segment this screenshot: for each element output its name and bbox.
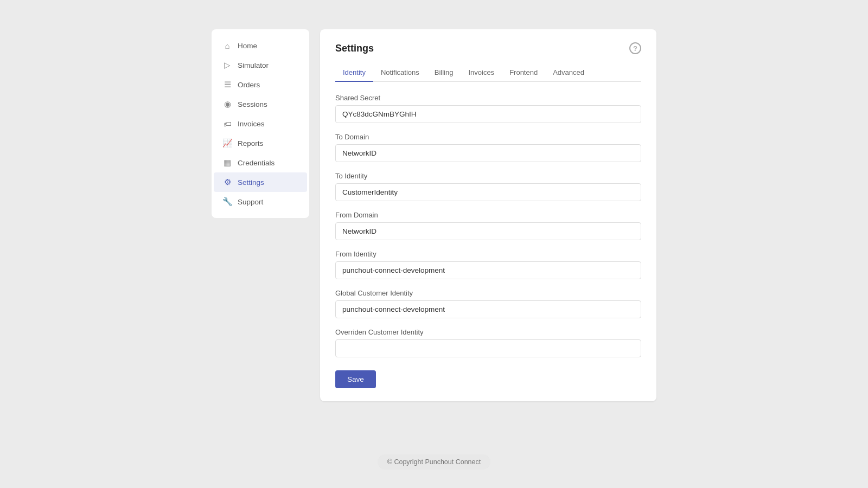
sidebar-item-label: Orders [238, 81, 260, 89]
sidebar-item-label: Support [238, 198, 263, 206]
sidebar-item-label: Credentials [238, 159, 275, 167]
sidebar-item-label: Simulator [238, 61, 269, 69]
footer: © Copyright Punchout Connect [378, 454, 491, 470]
simulator-icon: ▷ [222, 60, 232, 70]
from-identity-input[interactable] [335, 261, 641, 279]
overridden-customer-identity-input[interactable] [335, 339, 641, 357]
reports-icon: 📈 [222, 138, 232, 148]
sidebar-item-credentials[interactable]: ▦ Credentials [214, 153, 307, 172]
settings-header: Settings ? [335, 42, 641, 54]
sidebar-item-label: Home [238, 42, 257, 50]
sidebar-item-label: Reports [238, 139, 263, 147]
to-domain-group: To Domain [335, 133, 641, 162]
shared-secret-input[interactable] [335, 105, 641, 123]
sidebar-item-sessions[interactable]: ◉ Sessions [214, 94, 307, 114]
from-domain-label: From Domain [335, 211, 641, 219]
sidebar-item-label: Sessions [238, 100, 267, 108]
sidebar: ⌂ Home ▷ Simulator ☰ Orders ◉ Sessions 🏷… [212, 29, 309, 218]
credentials-icon: ▦ [222, 158, 232, 168]
tab-notifications[interactable]: Notifications [373, 64, 427, 82]
orders-icon: ☰ [222, 80, 232, 89]
to-identity-input[interactable] [335, 183, 641, 201]
copyright-text: © Copyright Punchout Connect [378, 454, 491, 470]
overridden-customer-identity-group: Overriden Customer Identity [335, 328, 641, 357]
from-domain-input[interactable] [335, 222, 641, 240]
tab-advanced[interactable]: Advanced [545, 64, 592, 82]
settings-card: Settings ? IdentityNotificationsBillingI… [320, 29, 656, 401]
tab-frontend[interactable]: Frontend [502, 64, 545, 82]
invoices-icon: 🏷 [222, 119, 232, 129]
shared-secret-group: Shared Secret [335, 94, 641, 123]
settings-tabs: IdentityNotificationsBillingInvoicesFron… [335, 64, 641, 82]
sidebar-item-label: Invoices [238, 120, 265, 128]
global-customer-identity-input[interactable] [335, 300, 641, 318]
to-domain-input[interactable] [335, 144, 641, 162]
tab-identity[interactable]: Identity [335, 64, 373, 82]
sidebar-item-invoices[interactable]: 🏷 Invoices [214, 114, 307, 133]
from-identity-group: From Identity [335, 250, 641, 279]
sidebar-item-label: Settings [238, 178, 264, 187]
identity-form: Shared Secret To Domain To Identity [335, 94, 641, 388]
settings-icon: ⚙ [222, 177, 232, 187]
to-domain-label: To Domain [335, 133, 641, 141]
sidebar-item-support[interactable]: 🔧 Support [214, 192, 307, 211]
page-title: Settings [335, 43, 374, 54]
sidebar-item-settings[interactable]: ⚙ Settings [214, 172, 307, 192]
tab-billing[interactable]: Billing [427, 64, 461, 82]
global-customer-identity-label: Global Customer Identity [335, 289, 641, 297]
from-domain-group: From Domain [335, 211, 641, 240]
global-customer-identity-group: Global Customer Identity [335, 289, 641, 318]
sidebar-item-orders[interactable]: ☰ Orders [214, 75, 307, 94]
to-identity-label: To Identity [335, 172, 641, 180]
shared-secret-label: Shared Secret [335, 94, 641, 102]
save-button[interactable]: Save [335, 370, 376, 388]
home-icon: ⌂ [222, 41, 232, 50]
sessions-icon: ◉ [222, 99, 232, 109]
sidebar-item-simulator[interactable]: ▷ Simulator [214, 55, 307, 75]
help-icon[interactable]: ? [629, 42, 641, 54]
from-identity-label: From Identity [335, 250, 641, 258]
main-content: Settings ? IdentityNotificationsBillingI… [320, 29, 656, 401]
to-identity-group: To Identity [335, 172, 641, 201]
sidebar-item-reports[interactable]: 📈 Reports [214, 133, 307, 153]
overridden-customer-identity-label: Overriden Customer Identity [335, 328, 641, 336]
tab-invoices[interactable]: Invoices [461, 64, 502, 82]
sidebar-item-home[interactable]: ⌂ Home [214, 36, 307, 55]
support-icon: 🔧 [222, 197, 232, 207]
